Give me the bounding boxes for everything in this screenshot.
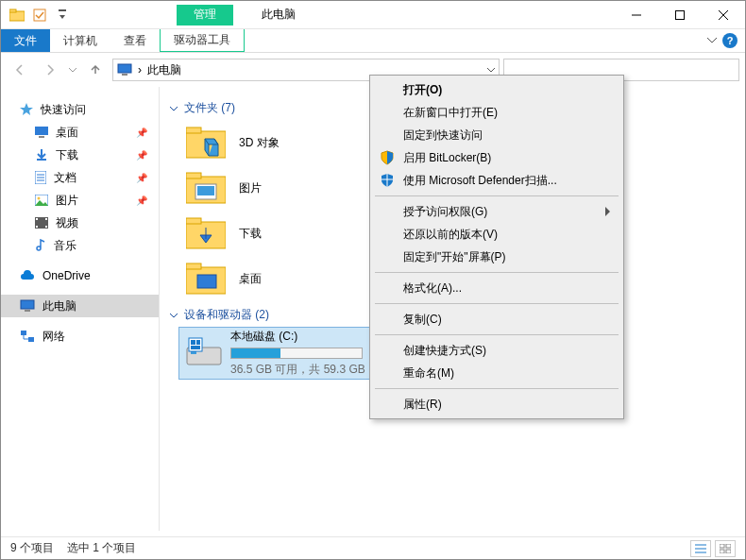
details-view-button[interactable] (690, 540, 711, 557)
folder-icon (186, 123, 226, 162)
back-button[interactable] (7, 57, 33, 83)
tab-view[interactable]: 查看 (110, 29, 160, 52)
svg-rect-56 (726, 550, 731, 553)
window-controls (615, 1, 745, 29)
svg-rect-33 (197, 186, 214, 195)
shield-icon (379, 149, 396, 166)
group-label: 设备和驱动器 (2) (184, 307, 269, 323)
svg-rect-29 (186, 127, 201, 133)
cm-label: 重命名(M) (403, 365, 454, 382)
cm-separator (375, 303, 619, 304)
up-button[interactable] (82, 57, 109, 83)
music-icon (35, 239, 46, 252)
cm-separator (375, 195, 619, 196)
cm-label: 格式化(A)... (403, 280, 462, 297)
cm-restore-versions[interactable]: 还原以前的版本(V) (373, 223, 620, 246)
cm-pin-quick-access[interactable]: 固定到快速访问 (373, 124, 620, 146)
sidebar-quick-access[interactable]: 快速访问 (1, 98, 159, 121)
document-icon (35, 171, 46, 184)
cm-label: 属性(R) (403, 397, 442, 413)
cm-open[interactable]: 打开(O) (373, 78, 620, 101)
cm-label: 打开(O) (403, 82, 442, 98)
drive-c[interactable]: 本地磁盘 (C:) 36.5 GB 可用，共 59.3 GB (178, 327, 372, 380)
svg-rect-2 (34, 9, 45, 21)
contextual-tab-label: 管理 (177, 5, 233, 25)
pin-icon: 📌 (136, 127, 147, 138)
svg-rect-8 (118, 64, 131, 73)
sidebar-network[interactable]: 网络 (1, 325, 159, 348)
cm-separator (375, 388, 619, 389)
sidebar-downloads[interactable]: 下载📌 (1, 144, 159, 166)
chevron-down-icon (169, 104, 178, 113)
forward-button[interactable] (37, 57, 63, 83)
svg-rect-21 (36, 226, 38, 228)
cm-label: 创建快捷方式(S) (403, 343, 486, 359)
status-selected-count: 选中 1 个项目 (67, 540, 136, 556)
tiles-view-button[interactable] (715, 540, 736, 557)
folder-label: 图片 (239, 180, 262, 196)
cm-create-shortcut[interactable]: 创建快捷方式(S) (373, 339, 620, 362)
svg-rect-42 (191, 340, 195, 345)
tab-drive-tools[interactable]: 驱动器工具 (160, 29, 245, 52)
cloud-icon (20, 270, 35, 281)
minimize-button[interactable] (615, 1, 658, 29)
cm-pin-start[interactable]: 固定到"开始"屏幕(P) (373, 246, 620, 268)
desktop-icon (35, 127, 48, 138)
title-bar: 管理 此电脑 (1, 1, 745, 29)
quick-access-toolbar (1, 5, 73, 25)
sidebar-label: 网络 (42, 329, 65, 345)
svg-point-18 (38, 197, 41, 200)
cm-format[interactable]: 格式化(A)... (373, 277, 620, 299)
sidebar-this-pc[interactable]: 此电脑 (1, 295, 159, 317)
chevron-down-icon (169, 311, 178, 320)
svg-rect-53 (720, 544, 724, 548)
cm-grant-access[interactable]: 授予访问权限(G) (373, 200, 620, 223)
this-pc-icon (117, 63, 132, 76)
network-icon (20, 330, 35, 343)
sidebar-onedrive[interactable]: OneDrive (1, 264, 159, 287)
svg-rect-27 (28, 337, 34, 342)
svg-rect-55 (720, 550, 724, 553)
cm-bitlocker[interactable]: 启用 BitLocker(B) (373, 146, 620, 169)
qat-dropdown[interactable] (52, 5, 73, 25)
pin-icon: 📌 (136, 195, 147, 206)
group-label: 文件夹 (7) (184, 100, 235, 116)
navigation-pane: 快速访问 桌面📌 下载📌 文档📌 图片📌 视频 音乐 OneDrive 此电脑 … (1, 87, 160, 531)
tab-file[interactable]: 文件 (1, 29, 50, 52)
qat-properties-button[interactable] (29, 5, 50, 25)
submenu-arrow-icon (605, 207, 611, 216)
sidebar-label: 下载 (56, 147, 78, 163)
status-item-count: 9 个项目 (10, 540, 54, 556)
pin-icon: 📌 (136, 150, 147, 161)
picture-icon (35, 195, 48, 206)
sidebar-label: 文档 (54, 170, 76, 186)
recent-locations-button[interactable] (67, 57, 78, 83)
sidebar-label: 此电脑 (42, 298, 76, 314)
cm-label: 启用 BitLocker(B) (403, 150, 491, 166)
address-dropdown-icon[interactable] (487, 68, 495, 73)
cm-open-new-window[interactable]: 在新窗口中打开(E) (373, 101, 620, 124)
cm-properties[interactable]: 属性(R) (373, 393, 620, 416)
ribbon-expand-button[interactable] (707, 38, 717, 43)
svg-rect-44 (191, 346, 200, 349)
close-button[interactable] (702, 1, 745, 29)
folder-icon (186, 213, 226, 253)
cm-rename[interactable]: 重命名(M) (373, 362, 620, 384)
tab-computer[interactable]: 计算机 (50, 29, 110, 52)
cm-separator (375, 272, 619, 273)
defender-icon (379, 172, 396, 189)
cm-defender-scan[interactable]: 使用 Microsoft Defender扫描... (373, 169, 620, 192)
cm-label: 固定到"开始"屏幕(P) (403, 249, 506, 265)
sidebar-pictures[interactable]: 图片📌 (1, 189, 159, 212)
cm-copy[interactable]: 复制(C) (373, 308, 620, 331)
cm-label: 在新窗口中打开(E) (403, 105, 498, 121)
maximize-button[interactable] (658, 1, 702, 29)
folder-icon (7, 5, 27, 25)
help-button[interactable]: ? (722, 33, 738, 48)
sidebar-documents[interactable]: 文档📌 (1, 166, 159, 189)
sidebar-videos[interactable]: 视频 (1, 212, 159, 234)
sidebar-desktop[interactable]: 桌面📌 (1, 121, 159, 144)
svg-rect-38 (197, 275, 216, 288)
cm-label: 固定到快速访问 (403, 127, 483, 144)
sidebar-music[interactable]: 音乐 (1, 234, 159, 257)
